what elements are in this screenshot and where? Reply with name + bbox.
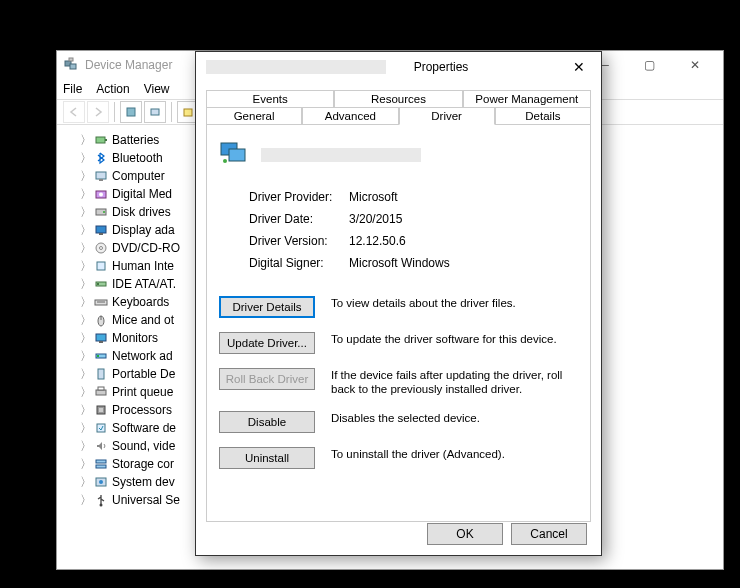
expand-icon[interactable]: 〉 (79, 258, 93, 275)
portable-icon (93, 366, 109, 382)
roll-back-driver-desc: If the device fails after updating the d… (331, 368, 578, 397)
tree-item-label: Software de (112, 421, 176, 435)
uninstall-button[interactable]: Uninstall (219, 447, 315, 469)
expand-icon[interactable]: 〉 (79, 474, 93, 491)
svg-rect-5 (184, 109, 192, 116)
toolbar-separator (114, 102, 115, 122)
maximize-button[interactable]: ▢ (627, 51, 672, 79)
menu-action[interactable]: Action (96, 82, 129, 96)
driver-provider-value: Microsoft (349, 190, 398, 204)
svg-rect-41 (229, 149, 245, 161)
monitor-icon (93, 330, 109, 346)
uninstall-desc: To uninstall the driver (Advanced). (331, 447, 578, 461)
svg-rect-30 (96, 390, 106, 395)
tab-general[interactable]: General (206, 107, 302, 124)
svg-point-39 (100, 504, 103, 507)
sound-icon (93, 438, 109, 454)
expand-icon[interactable]: 〉 (79, 456, 93, 473)
dialog-footer: OK Cancel (427, 523, 587, 545)
tab-driver[interactable]: Driver (399, 107, 495, 125)
expand-icon[interactable]: 〉 (79, 438, 93, 455)
back-button[interactable] (63, 101, 85, 123)
expand-icon[interactable]: 〉 (79, 186, 93, 203)
tree-item-label: Display ada (112, 223, 175, 237)
cancel-button[interactable]: Cancel (511, 523, 587, 545)
svg-rect-2 (69, 58, 73, 61)
menu-view[interactable]: View (144, 82, 170, 96)
tree-item-label: Storage cor (112, 457, 174, 471)
expand-icon[interactable]: 〉 (79, 492, 93, 509)
properties-dialog: Properties ✕ Events Resources Power Mana… (195, 51, 602, 556)
tab-power-management[interactable]: Power Management (463, 90, 591, 107)
computer-icon (93, 168, 109, 184)
forward-button[interactable] (87, 101, 109, 123)
expand-icon[interactable]: 〉 (79, 330, 93, 347)
toolbar-separator (171, 102, 172, 122)
driver-details-desc: To view details about the driver files. (331, 296, 578, 310)
tab-events[interactable]: Events (206, 90, 334, 107)
svg-rect-26 (99, 341, 103, 343)
expand-icon[interactable]: 〉 (79, 348, 93, 365)
driver-version-value: 12.12.50.6 (349, 234, 406, 248)
update-driver-button[interactable]: Update Driver... (219, 332, 315, 354)
expand-icon[interactable]: 〉 (79, 402, 93, 419)
expand-icon[interactable]: 〉 (79, 420, 93, 437)
redacted-device-name-body (261, 148, 421, 162)
tree-item-label: Batteries (112, 133, 159, 147)
toolbar-icon-1[interactable] (120, 101, 142, 123)
expand-icon[interactable]: 〉 (79, 276, 93, 293)
tree-item-label: Human Inte (112, 259, 174, 273)
printer-icon (93, 384, 109, 400)
window-title: Device Manager (85, 58, 172, 72)
device-icon (219, 137, 251, 172)
toolbar-icon-2[interactable] (144, 101, 166, 123)
svg-rect-1 (70, 64, 76, 69)
svg-rect-33 (99, 408, 103, 412)
driver-version-label: Driver Version: (249, 234, 349, 248)
roll-back-driver-button: Roll Back Driver (219, 368, 315, 390)
tab-advanced[interactable]: Advanced (302, 107, 398, 124)
digital-signer-label: Digital Signer: (249, 256, 349, 270)
expand-icon[interactable]: 〉 (79, 150, 93, 167)
svg-point-38 (99, 480, 103, 484)
tree-item-label: DVD/CD-RO (112, 241, 180, 255)
expand-icon[interactable]: 〉 (79, 366, 93, 383)
tree-item-label: Digital Med (112, 187, 172, 201)
expand-icon[interactable]: 〉 (79, 204, 93, 221)
expand-icon[interactable]: 〉 (79, 294, 93, 311)
svg-rect-29 (98, 369, 104, 379)
disable-desc: Disables the selected device. (331, 411, 578, 425)
disable-button[interactable]: Disable (219, 411, 315, 433)
update-driver-desc: To update the driver software for this d… (331, 332, 578, 346)
display-icon (93, 222, 109, 238)
tree-item-label: Network ad (112, 349, 173, 363)
tab-details[interactable]: Details (495, 107, 591, 124)
tab-strip: Events Resources Power Management Genera… (196, 82, 601, 522)
keyboard-icon (93, 294, 109, 310)
tree-item-label: Bluetooth (112, 151, 163, 165)
software-icon (93, 420, 109, 436)
close-icon[interactable]: ✕ (556, 52, 601, 82)
menu-file[interactable]: File (63, 82, 82, 96)
driver-date-label: Driver Date: (249, 212, 349, 226)
hid-icon (93, 258, 109, 274)
expand-icon[interactable]: 〉 (79, 240, 93, 257)
svg-rect-6 (96, 137, 105, 143)
expand-icon[interactable]: 〉 (79, 222, 93, 239)
dvd-icon (93, 240, 109, 256)
tab-resources[interactable]: Resources (334, 90, 462, 107)
tree-item-label: Sound, vide (112, 439, 175, 453)
close-button[interactable]: ✕ (672, 51, 717, 79)
digital-signer-value: Microsoft Windows (349, 256, 450, 270)
system-icon (93, 474, 109, 490)
expand-icon[interactable]: 〉 (79, 384, 93, 401)
ide-icon (93, 276, 109, 292)
expand-icon[interactable]: 〉 (79, 168, 93, 185)
expand-icon[interactable]: 〉 (79, 312, 93, 329)
ok-button[interactable]: OK (427, 523, 503, 545)
svg-point-17 (100, 247, 103, 250)
expand-icon[interactable]: 〉 (79, 132, 93, 149)
tree-item-label: Universal Se (112, 493, 180, 507)
driver-details-button[interactable]: Driver Details (219, 296, 315, 318)
mouse-icon (93, 312, 109, 328)
